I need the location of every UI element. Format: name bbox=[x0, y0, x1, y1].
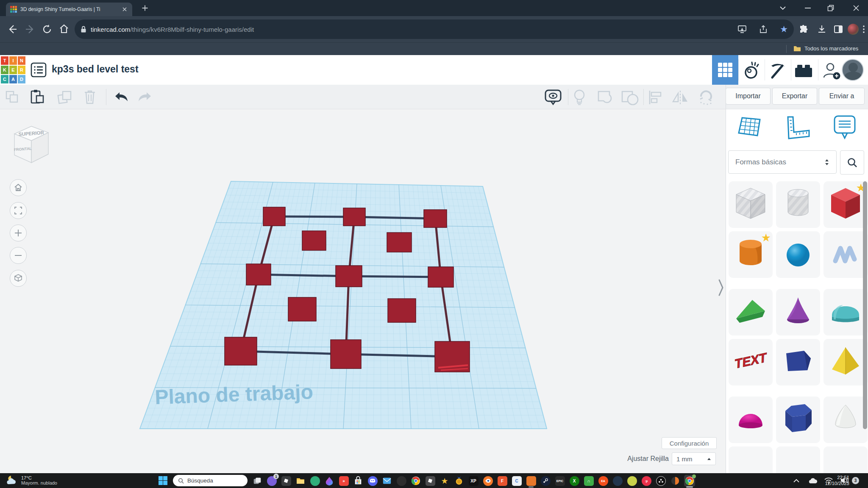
all-bookmarks-button[interactable]: Todos los marcadores bbox=[804, 45, 858, 52]
group-icon[interactable] bbox=[597, 90, 615, 106]
lightbulb-icon[interactable] bbox=[571, 89, 587, 106]
taskbar-app-game-app[interactable] bbox=[309, 475, 320, 487]
taskbar-app-remote-app[interactable]: » bbox=[338, 475, 349, 487]
taskbar-app-roblox[interactable] bbox=[281, 475, 292, 487]
shape-pyramid[interactable] bbox=[823, 339, 868, 385]
notification-badge[interactable]: 3 bbox=[852, 477, 859, 484]
profile-avatar[interactable] bbox=[848, 24, 859, 35]
reload-icon[interactable] bbox=[42, 24, 53, 35]
share-icon[interactable] bbox=[759, 25, 768, 34]
taskbar-app-tinkercad-app[interactable] bbox=[526, 475, 537, 487]
shape-roof[interactable] bbox=[729, 289, 773, 336]
blocks-mode-button[interactable] bbox=[712, 55, 738, 85]
delete-icon[interactable] bbox=[83, 89, 97, 105]
bookmark-star-icon[interactable]: ★ bbox=[780, 24, 788, 34]
test-pad[interactable] bbox=[225, 337, 257, 365]
panel-scrollbar[interactable] bbox=[863, 181, 867, 429]
workplane-tool-icon[interactable] bbox=[738, 115, 762, 140]
start-button[interactable] bbox=[159, 476, 167, 485]
taskbar-app-xp-pen[interactable]: XP bbox=[468, 475, 479, 487]
shape-text[interactable]: TEXT bbox=[729, 339, 773, 385]
taskbar-app-green-app[interactable]: ∩ bbox=[583, 475, 594, 487]
test-pad[interactable] bbox=[387, 233, 412, 252]
taskbar-app-blender[interactable] bbox=[482, 475, 493, 487]
mirror-icon[interactable] bbox=[671, 90, 689, 105]
ungroup-icon[interactable] bbox=[620, 90, 639, 106]
test-pad[interactable] bbox=[336, 266, 362, 287]
shape-sphere[interactable] bbox=[776, 231, 820, 278]
shape-search-button[interactable] bbox=[840, 150, 864, 175]
shape-shape-partial-3[interactable] bbox=[823, 446, 868, 473]
minecraft-pickaxe-icon[interactable] bbox=[768, 61, 787, 80]
shape-box[interactable]: ★ bbox=[823, 181, 868, 228]
export-button[interactable]: Exportar bbox=[772, 88, 817, 105]
taskbar-clock[interactable]: 22:51 12/10/2023 bbox=[825, 475, 849, 486]
ruler-tool-icon[interactable] bbox=[785, 115, 811, 141]
taskbar-app-task-view[interactable] bbox=[252, 475, 263, 487]
browser-tab[interactable]: 3D design Shiny Tumelo-Gaaris | Ti bbox=[6, 3, 132, 16]
settings-button[interactable]: Configuración bbox=[662, 437, 717, 449]
shape-category-select[interactable]: Formas básicas bbox=[728, 150, 837, 174]
shape-shape-partial-2[interactable] bbox=[776, 446, 820, 473]
test-pad[interactable] bbox=[424, 210, 447, 227]
extensions-icon[interactable] bbox=[798, 24, 809, 34]
downloads-icon[interactable] bbox=[817, 24, 827, 34]
install-app-icon[interactable] bbox=[737, 25, 747, 34]
zoom-out-button[interactable] bbox=[10, 247, 27, 264]
panel-collapse-handle[interactable] bbox=[718, 277, 724, 298]
redo-icon[interactable] bbox=[136, 90, 153, 104]
view-cube[interactable]: SUPERIOR FRONTAL bbox=[11, 124, 52, 166]
taskbar-app-medal-app[interactable] bbox=[453, 475, 465, 487]
window-menu-chevron-icon[interactable] bbox=[779, 6, 787, 11]
onedrive-icon[interactable] bbox=[808, 477, 817, 485]
snap-grid-select[interactable]: 1 mm bbox=[672, 452, 716, 465]
taskbar-app-background-app[interactable] bbox=[396, 475, 407, 487]
new-tab-button[interactable] bbox=[142, 5, 148, 11]
show-all-icon[interactable] bbox=[544, 89, 562, 106]
shape-cylinder[interactable]: ★ bbox=[729, 231, 773, 278]
taskbar-app-photos-app[interactable] bbox=[324, 475, 335, 487]
shape-cone[interactable] bbox=[776, 289, 820, 336]
test-pad[interactable] bbox=[288, 297, 316, 321]
home-view-button[interactable] bbox=[10, 179, 27, 196]
window-close-icon[interactable] bbox=[853, 5, 860, 11]
shape-hole-box[interactable] bbox=[729, 181, 773, 228]
taskbar-app-split-app[interactable] bbox=[670, 475, 681, 487]
notes-tool-icon[interactable] bbox=[833, 114, 857, 141]
taskbar-app-obs[interactable] bbox=[655, 475, 666, 487]
browser-menu-icon[interactable] bbox=[861, 24, 866, 34]
tinkercad-logo[interactable]: TINKERCAD bbox=[1, 56, 25, 83]
taskbar-app-file-explorer[interactable] bbox=[295, 475, 306, 487]
design-menu-icon[interactable] bbox=[31, 62, 47, 78]
align-icon[interactable] bbox=[648, 90, 664, 105]
home-icon[interactable] bbox=[58, 23, 70, 34]
taskbar-app-fusion-360[interactable]: F bbox=[497, 475, 508, 487]
taskbar-app-mail-app[interactable] bbox=[381, 475, 392, 487]
taskbar-app-discord[interactable] bbox=[367, 475, 378, 487]
undo-icon[interactable] bbox=[113, 90, 130, 104]
brick-icon[interactable] bbox=[794, 64, 813, 78]
test-pad[interactable] bbox=[246, 264, 271, 285]
perspective-toggle-button[interactable] bbox=[10, 270, 27, 287]
taskbar-app-epic-games[interactable]: EPIC bbox=[554, 475, 565, 487]
taskbar-app-globe-app[interactable] bbox=[626, 475, 637, 487]
shape-shape-partial-1[interactable] bbox=[729, 446, 773, 473]
url-bar[interactable]: tinkercad.com/things/kv6Rr8Mbilf-shiny-t… bbox=[75, 19, 794, 39]
taskbar-app-chat-app[interactable]: 1 bbox=[266, 475, 277, 487]
viewport-3d[interactable]: Plano de trabajo SUPERIOR FRONTAL bbox=[0, 109, 726, 473]
test-pad[interactable] bbox=[263, 207, 285, 226]
window-restore-icon[interactable] bbox=[827, 5, 834, 11]
shape-wedge[interactable] bbox=[776, 339, 820, 385]
taskbar-app-xbox[interactable]: X bbox=[569, 475, 580, 487]
shape-round-roof[interactable] bbox=[823, 289, 868, 336]
test-pad[interactable] bbox=[331, 340, 361, 369]
taskbar-app-roblox-studio[interactable] bbox=[425, 475, 436, 487]
favorite-star-icon[interactable]: ★ bbox=[761, 231, 771, 244]
shape-paraboloid[interactable] bbox=[823, 396, 868, 443]
test-pad[interactable] bbox=[343, 208, 365, 226]
shape-scribble[interactable] bbox=[823, 231, 868, 278]
sim-lab-icon[interactable] bbox=[743, 61, 761, 80]
taskbar-app-chrome-active[interactable] bbox=[684, 475, 695, 487]
shape-half-sphere[interactable] bbox=[729, 396, 773, 443]
window-minimize-icon[interactable] bbox=[804, 7, 811, 9]
